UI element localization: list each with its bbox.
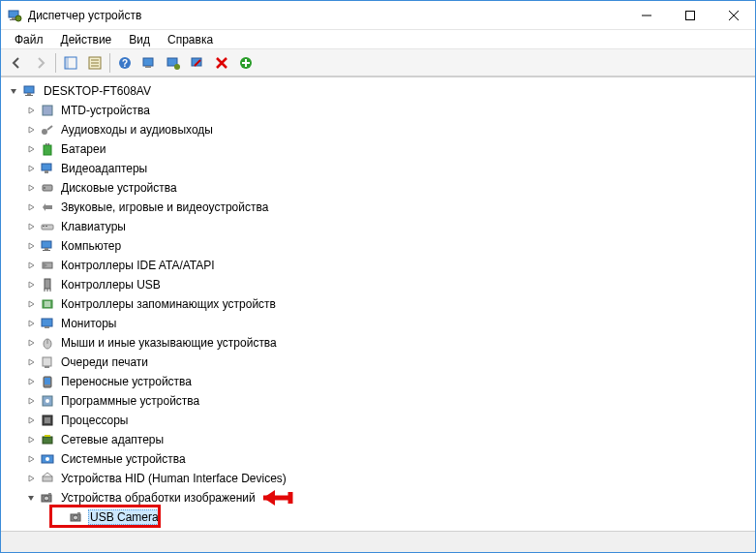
chevron-down-icon[interactable]	[24, 491, 38, 505]
tree-category-label: Батареи	[59, 141, 107, 157]
window-controls	[624, 1, 755, 29]
category-icon	[40, 451, 55, 467]
uninstall-button[interactable]	[186, 51, 209, 75]
close-button[interactable]	[711, 1, 755, 29]
menu-action[interactable]: Действие	[53, 31, 120, 48]
disable-button[interactable]	[210, 51, 233, 75]
device-tree[interactable]: DESKTOP-FT608AV MTD-устройстваАудиовходы…	[1, 77, 755, 531]
tree-category[interactable]: Очереди печати	[3, 353, 753, 372]
menu-view[interactable]: Вид	[121, 31, 158, 48]
tree-category[interactable]: Процессоры	[3, 411, 753, 430]
tree-category[interactable]: Устройства HID (Human Interface Devices)	[3, 469, 753, 488]
svg-rect-27	[42, 164, 51, 170]
tree-category[interactable]: Устройства обработки изображений	[3, 488, 753, 507]
svg-rect-33	[45, 226, 47, 227]
chevron-right-icon[interactable]	[24, 142, 38, 156]
scan-button[interactable]	[137, 51, 161, 75]
chevron-right-icon[interactable]	[24, 472, 38, 485]
chevron-right-icon[interactable]	[24, 200, 38, 214]
tree-category-label: Дисковые устройства	[59, 180, 179, 196]
category-icon	[40, 393, 55, 409]
tree-category[interactable]: Аудиовходы и аудиовыходы	[3, 120, 753, 139]
tree-category-label: Контроллеры USB	[59, 277, 163, 292]
svg-rect-19	[24, 86, 34, 93]
tree-device-usb-camera[interactable]: USB Camera	[3, 507, 753, 527]
tree-category-label: MTD-устройства	[59, 103, 152, 118]
maximize-button[interactable]	[668, 1, 711, 29]
category-icon	[40, 432, 55, 447]
forward-button[interactable]	[29, 51, 52, 75]
tree-category[interactable]: Дисковые устройства	[3, 178, 753, 198]
svg-rect-22	[43, 106, 52, 115]
chevron-right-icon[interactable]	[24, 259, 38, 272]
tree-category[interactable]: Программные устройства	[3, 391, 753, 411]
menu-help[interactable]: Справка	[160, 31, 221, 48]
properties-button[interactable]	[83, 51, 106, 75]
chevron-down-icon[interactable]	[7, 84, 20, 98]
svg-rect-31	[42, 225, 53, 230]
chevron-right-icon[interactable]	[24, 162, 38, 175]
category-icon	[40, 219, 55, 234]
tree-category[interactable]: Видеоадаптеры	[3, 159, 753, 178]
menu-file[interactable]: Файл	[7, 31, 51, 48]
toolbar-separator	[109, 53, 110, 73]
enable-button[interactable]	[234, 51, 257, 75]
back-button[interactable]	[5, 51, 28, 75]
tree-category[interactable]: Системные устройства	[3, 449, 753, 469]
category-icon	[40, 354, 55, 370]
tree-category[interactable]: Звуковые, игровые и видеоустройства	[3, 198, 753, 217]
tree-category-label: Переносные устройства	[59, 374, 194, 389]
tree-category-label: Устройства HID (Human Interface Devices)	[59, 471, 288, 486]
update-driver-button[interactable]	[162, 51, 185, 75]
tree-category[interactable]: Клавиатуры	[3, 217, 753, 236]
svg-rect-21	[25, 95, 33, 96]
chevron-right-icon[interactable]	[24, 433, 38, 446]
tree-category[interactable]: Мыши и иные указывающие устройства	[3, 333, 753, 353]
tree-category[interactable]: Контроллеры запоминающих устройств	[3, 294, 753, 314]
chevron-right-icon[interactable]	[24, 452, 38, 466]
tree-category-label: Контроллеры IDE ATA/ATAPI	[59, 258, 217, 273]
tree-category-label: Компьютер	[59, 238, 123, 254]
svg-point-61	[74, 515, 78, 520]
chevron-right-icon[interactable]	[24, 104, 38, 117]
tree-category[interactable]: MTD-устройства	[3, 101, 753, 120]
chevron-right-icon[interactable]	[24, 278, 38, 292]
svg-rect-44	[43, 357, 51, 366]
chevron-right-icon[interactable]	[24, 355, 38, 369]
chevron-right-icon[interactable]	[24, 239, 38, 253]
category-icon	[40, 413, 55, 428]
category-icon	[40, 141, 55, 157]
tree-root[interactable]: DESKTOP-FT608AV	[3, 81, 753, 101]
svg-rect-24	[44, 145, 51, 155]
chevron-right-icon[interactable]	[24, 181, 38, 195]
chevron-right-icon[interactable]	[24, 394, 38, 408]
show-hide-tree-button[interactable]	[59, 51, 82, 75]
chevron-right-icon[interactable]	[24, 375, 38, 388]
category-icon	[40, 296, 55, 312]
category-icon	[40, 161, 55, 176]
tree-category[interactable]: Компьютер	[3, 236, 753, 256]
tree-category-label: Клавиатуры	[59, 219, 128, 234]
app-icon	[7, 8, 22, 23]
chevron-right-icon[interactable]	[24, 317, 38, 330]
tree-category[interactable]: Переносные устройства	[3, 372, 753, 391]
tree-category[interactable]: Сетевые адаптеры	[3, 430, 753, 449]
svg-rect-40	[42, 319, 52, 326]
svg-point-23	[42, 129, 47, 135]
tree-category-label: Очереди печати	[59, 354, 150, 370]
tree-category[interactable]: Контроллеры IDE ATA/ATAPI	[3, 256, 753, 275]
minimize-button[interactable]	[624, 1, 668, 29]
tree-category[interactable]: Контроллеры USB	[3, 275, 753, 294]
tree-category[interactable]: Батареи	[3, 139, 753, 159]
tree-category-label: Сетевые адаптеры	[59, 432, 166, 447]
chevron-right-icon[interactable]	[24, 336, 38, 350]
svg-rect-14	[145, 66, 151, 68]
chevron-right-icon[interactable]	[24, 297, 38, 311]
chevron-right-icon[interactable]	[24, 414, 38, 427]
tree-category[interactable]: Мониторы	[3, 314, 753, 333]
tree-category-label: Видеоадаптеры	[59, 161, 149, 176]
chevron-right-icon[interactable]	[24, 123, 38, 137]
help-button[interactable]: ?	[113, 51, 136, 75]
category-icon	[40, 238, 55, 254]
chevron-right-icon[interactable]	[24, 220, 38, 233]
